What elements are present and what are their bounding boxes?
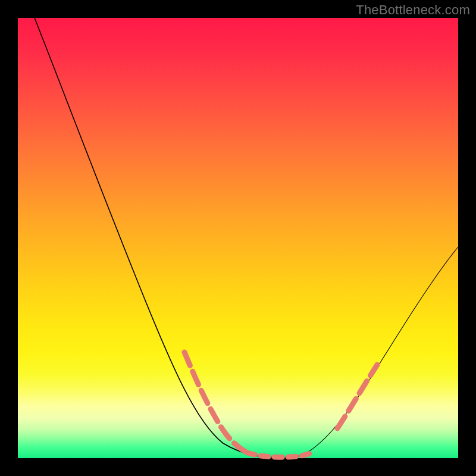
plot-area: [18, 18, 458, 458]
curve-svg: [18, 18, 458, 458]
bottleneck-curve-right: [299, 247, 458, 456]
valley-floor-dash: [248, 453, 312, 457]
left-descent-dash: [184, 352, 249, 453]
bottleneck-curve-left: [35, 18, 268, 457]
chart-frame: TheBottleneck.com: [0, 0, 476, 476]
watermark-text: TheBottleneck.com: [356, 2, 470, 18]
right-ascent-dash: [337, 365, 377, 428]
